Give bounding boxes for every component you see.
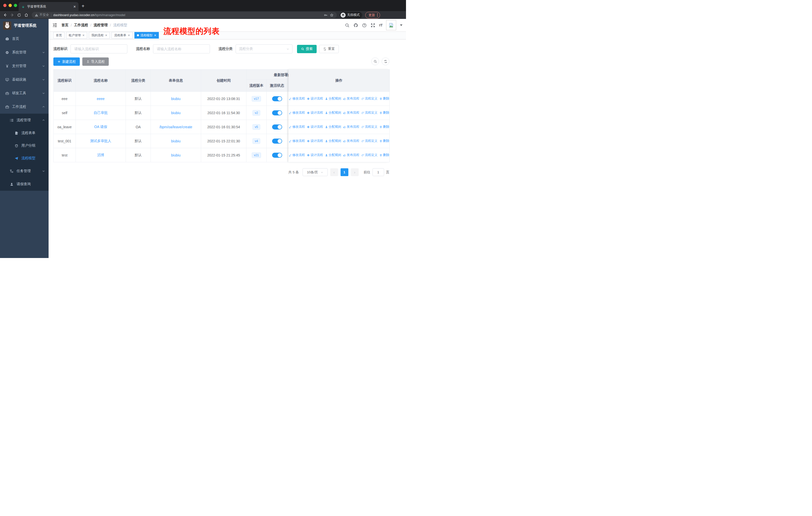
tab-close-icon[interactable]: ✕ bbox=[73, 5, 76, 8]
minimize-window-button[interactable] bbox=[8, 4, 12, 7]
next-page-button[interactable]: › bbox=[351, 168, 359, 176]
process-definition-link[interactable]: 流程定义 bbox=[361, 111, 378, 115]
form-info-link[interactable]: /bpm/oa/leave/create bbox=[159, 125, 192, 129]
show-search-toggle-button[interactable] bbox=[371, 57, 379, 65]
page-number-1[interactable]: 1 bbox=[341, 168, 348, 176]
help-icon[interactable] bbox=[362, 23, 367, 28]
tag-流程表单[interactable]: 流程表单✕ bbox=[112, 32, 133, 38]
delete-link[interactable]: 删除 bbox=[379, 139, 389, 143]
assign-rule-link[interactable]: 分配规则 bbox=[325, 125, 341, 129]
sidebar-item-infra[interactable]: 基础设施 bbox=[0, 73, 49, 86]
close-window-button[interactable] bbox=[3, 4, 6, 7]
reload-icon[interactable] bbox=[16, 12, 22, 18]
active-toggle[interactable] bbox=[272, 125, 282, 130]
sidebar-fold-icon[interactable] bbox=[52, 23, 57, 28]
sidebar-item-process-mgmt[interactable]: 流程管理 bbox=[0, 114, 49, 127]
home-icon[interactable] bbox=[23, 12, 29, 18]
design-process-link[interactable]: 设计流程 bbox=[307, 125, 323, 129]
url-bar[interactable]: 不安全 dashboard.yudao.iocoder.cn/bpm/manag… bbox=[32, 12, 337, 18]
version-badge[interactable]: v4 bbox=[253, 138, 260, 144]
modify-process-link[interactable]: 修改流程 bbox=[289, 125, 305, 129]
form-info-link[interactable]: biubiu bbox=[171, 111, 180, 115]
sidebar-item-process-model[interactable]: 流程模型 bbox=[0, 152, 49, 165]
active-toggle[interactable] bbox=[272, 110, 282, 115]
fullscreen-icon[interactable] bbox=[371, 23, 375, 28]
process-name-input[interactable] bbox=[153, 44, 210, 53]
tag-close-icon[interactable]: ✕ bbox=[154, 34, 156, 37]
modify-process-link[interactable]: 修改流程 bbox=[289, 97, 305, 101]
process-name-link[interactable]: 自己审批 bbox=[94, 111, 108, 115]
browser-tab[interactable]: 芋道管理系统 ✕ bbox=[19, 2, 79, 11]
publish-process-link[interactable]: 发布流程 bbox=[343, 111, 359, 115]
process-definition-link[interactable]: 流程定义 bbox=[361, 97, 378, 101]
tag-首页[interactable]: 首页 bbox=[53, 32, 64, 38]
publish-process-link[interactable]: 发布流程 bbox=[343, 153, 359, 157]
page-size-select[interactable]: 10条/页 bbox=[302, 168, 328, 176]
back-icon[interactable] bbox=[2, 12, 8, 18]
process-key-input[interactable] bbox=[70, 44, 127, 53]
assign-rule-link[interactable]: 分配规则 bbox=[325, 139, 341, 143]
modify-process-link[interactable]: 修改流程 bbox=[289, 153, 305, 157]
design-process-link[interactable]: 设计流程 bbox=[307, 97, 323, 101]
delete-link[interactable]: 删除 bbox=[379, 111, 389, 115]
assign-rule-link[interactable]: 分配规则 bbox=[325, 97, 341, 101]
browser-update-menu[interactable]: 更新 bbox=[365, 12, 380, 19]
form-info-link[interactable]: biubiu bbox=[171, 97, 180, 101]
design-process-link[interactable]: 设计流程 bbox=[307, 111, 323, 115]
form-info-link[interactable]: biubiu bbox=[171, 139, 180, 143]
version-badge[interactable]: v21 bbox=[252, 153, 261, 158]
process-name-link[interactable]: 滔博 bbox=[97, 153, 104, 157]
goto-page-input[interactable] bbox=[373, 168, 384, 176]
process-definition-link[interactable]: 流程定义 bbox=[361, 139, 378, 143]
tag-close-icon[interactable]: ✕ bbox=[127, 34, 130, 37]
active-toggle[interactable] bbox=[272, 139, 282, 144]
github-icon[interactable] bbox=[353, 23, 358, 28]
version-badge[interactable]: v17 bbox=[252, 96, 261, 102]
process-name-link[interactable]: 测试多审批人 bbox=[90, 139, 111, 143]
url-text[interactable]: dashboard.yudao.iocoder.cn/bpm/manager/m… bbox=[53, 13, 322, 17]
search-button[interactable]: 搜索 bbox=[297, 45, 317, 53]
tag-流程模型[interactable]: 流程模型✕ bbox=[135, 32, 159, 38]
search-icon[interactable] bbox=[345, 23, 350, 28]
reset-button[interactable]: 重置 bbox=[319, 45, 339, 53]
avatar[interactable] bbox=[386, 20, 396, 30]
new-tab-button[interactable]: + bbox=[82, 3, 85, 8]
forward-icon[interactable] bbox=[9, 12, 15, 18]
sidebar-item-payment[interactable]: 支付管理 bbox=[0, 59, 49, 73]
sidebar-logo[interactable]: 芋道管理系统 bbox=[0, 19, 49, 32]
sidebar-item-home[interactable]: 首页 bbox=[0, 32, 49, 46]
sidebar-item-leave-query[interactable]: 请假查询 bbox=[0, 178, 49, 191]
publish-process-link[interactable]: 发布流程 bbox=[343, 125, 359, 129]
sidebar-item-devtools[interactable]: 研发工具 bbox=[0, 86, 49, 100]
publish-process-link[interactable]: 发布流程 bbox=[343, 139, 359, 143]
browser-menu-icon[interactable] bbox=[377, 13, 378, 17]
zoom-window-button[interactable] bbox=[14, 4, 17, 7]
sidebar-item-process-form[interactable]: 流程表单 bbox=[0, 127, 49, 139]
tag-租户管理[interactable]: 租户管理✕ bbox=[66, 32, 87, 38]
assign-rule-link[interactable]: 分配规则 bbox=[325, 111, 341, 115]
category-select[interactable]: 流程分类 bbox=[236, 44, 292, 53]
prev-page-button[interactable]: ‹ bbox=[330, 168, 338, 176]
breadcrumb-item[interactable]: 首页 bbox=[61, 23, 68, 27]
bookmark-star-icon[interactable] bbox=[330, 13, 334, 17]
version-badge[interactable]: v5 bbox=[253, 124, 260, 130]
publish-process-link[interactable]: 发布流程 bbox=[343, 97, 359, 101]
process-definition-link[interactable]: 流程定义 bbox=[361, 153, 378, 157]
tag-我的流程[interactable]: 我的流程✕ bbox=[89, 32, 110, 38]
sidebar-item-workflow[interactable]: 工作流程 bbox=[0, 100, 49, 114]
sidebar-item-system[interactable]: 系统管理 bbox=[0, 46, 49, 59]
delete-link[interactable]: 删除 bbox=[379, 97, 389, 101]
delete-link[interactable]: 删除 bbox=[379, 153, 389, 157]
process-name-link[interactable]: eeee bbox=[97, 97, 105, 101]
chevron-down-icon[interactable] bbox=[400, 24, 403, 26]
modify-process-link[interactable]: 修改流程 bbox=[289, 139, 305, 143]
tag-close-icon[interactable]: ✕ bbox=[82, 34, 85, 37]
refresh-table-button[interactable] bbox=[382, 57, 389, 65]
active-toggle[interactable] bbox=[272, 153, 282, 158]
process-definition-link[interactable]: 流程定义 bbox=[361, 125, 378, 129]
active-toggle[interactable] bbox=[272, 96, 282, 101]
version-badge[interactable]: v2 bbox=[253, 110, 260, 116]
process-name-link[interactable]: OA 请假 bbox=[94, 125, 107, 129]
breadcrumb-item[interactable]: 工作流程 bbox=[74, 23, 88, 27]
sidebar-item-user-group[interactable]: 用户分组 bbox=[0, 139, 49, 152]
